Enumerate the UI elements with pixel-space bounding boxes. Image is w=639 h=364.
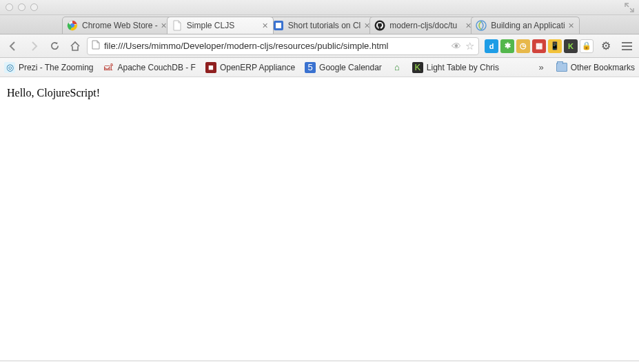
bookmark-label: Apache CouchDB - F: [118, 63, 196, 72]
bookmarks-bar: ◎Prezi - The Zooming🛋Apache CouchDB - F■…: [0, 58, 639, 77]
tab-2[interactable]: Short tutorials on Cl✕: [268, 17, 375, 34]
chrome-icon: [67, 20, 78, 31]
bookmark-item-1[interactable]: 🛋Apache CouchDB - F: [103, 62, 196, 73]
minimize-window-button[interactable]: [18, 3, 26, 11]
extension-speakerdeck-icon[interactable]: ▦: [532, 39, 546, 53]
home-button[interactable]: [66, 37, 84, 55]
tab-0[interactable]: Chrome Web Store - ✕: [62, 17, 172, 34]
extension-pocket-icon[interactable]: ◷: [516, 39, 530, 53]
close-window-button[interactable]: [6, 3, 13, 11]
tab-label: Chrome Web Store -: [82, 21, 158, 30]
tab-label: Building an Applicati: [491, 21, 565, 30]
url-text: file:///Users/mimmo/Developer/modern-clj…: [104, 41, 447, 51]
bookmark-icon: ◎: [4, 62, 15, 73]
reader-icon[interactable]: 👁: [452, 41, 461, 52]
bookmark-item-3[interactable]: 5Google Calendar: [305, 62, 382, 73]
bookmark-label: OpenERP Appliance: [220, 63, 295, 72]
bookmarks-overflow-icon[interactable]: »: [538, 62, 543, 72]
window-footer-divider: [0, 361, 639, 361]
tab-strip: Chrome Web Store - ✕Simple CLJS✕Short tu…: [0, 15, 639, 34]
app-icon: [273, 20, 284, 31]
window-controls: [6, 3, 38, 11]
cljs-icon: [476, 20, 487, 31]
tab-label: Simple CLJS: [187, 21, 259, 30]
reload-button[interactable]: [45, 37, 63, 55]
back-button[interactable]: [4, 37, 22, 55]
toolbar: file:///Users/mimmo/Developer/modern-clj…: [0, 34, 639, 58]
bookmark-icon: 🛋: [103, 62, 114, 73]
bookmark-item-4[interactable]: ⌂: [392, 62, 403, 73]
page-content: Hello, ClojureScript!: [0, 77, 639, 109]
extension-evernote-icon[interactable]: ✱: [500, 39, 514, 53]
bookmark-icon: ■: [205, 62, 216, 73]
bookmark-label: Google Calendar: [319, 63, 382, 72]
bookmark-label: Light Table by Chris: [427, 63, 499, 72]
forward-button[interactable]: [25, 37, 43, 55]
bookmark-item-5[interactable]: KLight Table by Chris: [412, 62, 499, 73]
extension-icons: d✱◷▦📱K🔒: [485, 39, 594, 53]
tab-3[interactable]: modern-cljs/doc/tu✕: [369, 17, 476, 34]
settings-gear-icon[interactable]: ⚙: [598, 38, 614, 54]
other-bookmarks-label: Other Bookmarks: [571, 63, 635, 72]
fullscreen-icon[interactable]: [624, 2, 635, 13]
file-protocol-icon: [92, 40, 100, 52]
svg-point-5: [476, 21, 486, 30]
zoom-window-button[interactable]: [30, 3, 38, 11]
svg-point-4: [375, 21, 385, 31]
window-titlebar: [0, 0, 639, 15]
menu-button[interactable]: [618, 38, 635, 54]
svg-rect-3: [276, 23, 281, 28]
address-bar[interactable]: file:///Users/mimmo/Developer/modern-clj…: [87, 37, 479, 55]
extension-buffer-icon[interactable]: 📱: [548, 39, 562, 53]
file-icon: [172, 20, 183, 31]
other-bookmarks-folder[interactable]: Other Bookmarks: [556, 63, 635, 72]
bookmark-item-0[interactable]: ◎Prezi - The Zooming: [4, 62, 94, 73]
extension-adblock-icon[interactable]: 🔒: [580, 39, 594, 53]
extension-xkit-icon[interactable]: K: [564, 39, 578, 53]
bookmark-icon: ⌂: [392, 62, 403, 73]
bookmark-icon: 5: [305, 62, 316, 73]
close-icon[interactable]: ✕: [568, 21, 575, 30]
folder-icon: [556, 63, 567, 72]
close-icon[interactable]: ✕: [262, 21, 269, 30]
page-heading: Hello, ClojureScript!: [7, 87, 632, 99]
bookmark-label: Prezi - The Zooming: [19, 63, 94, 72]
tab-1[interactable]: Simple CLJS✕: [167, 17, 274, 34]
tab-label: modern-cljs/doc/tu: [389, 21, 462, 30]
extension-diigo-icon[interactable]: d: [485, 39, 498, 53]
bookmark-star-icon[interactable]: ☆: [465, 40, 474, 52]
tab-4[interactable]: Building an Applicati✕: [471, 17, 579, 34]
github-icon: [374, 20, 385, 31]
bookmark-item-2[interactable]: ■OpenERP Appliance: [205, 62, 295, 73]
bookmark-icon: K: [412, 62, 423, 73]
tab-label: Short tutorials on Cl: [288, 21, 361, 30]
